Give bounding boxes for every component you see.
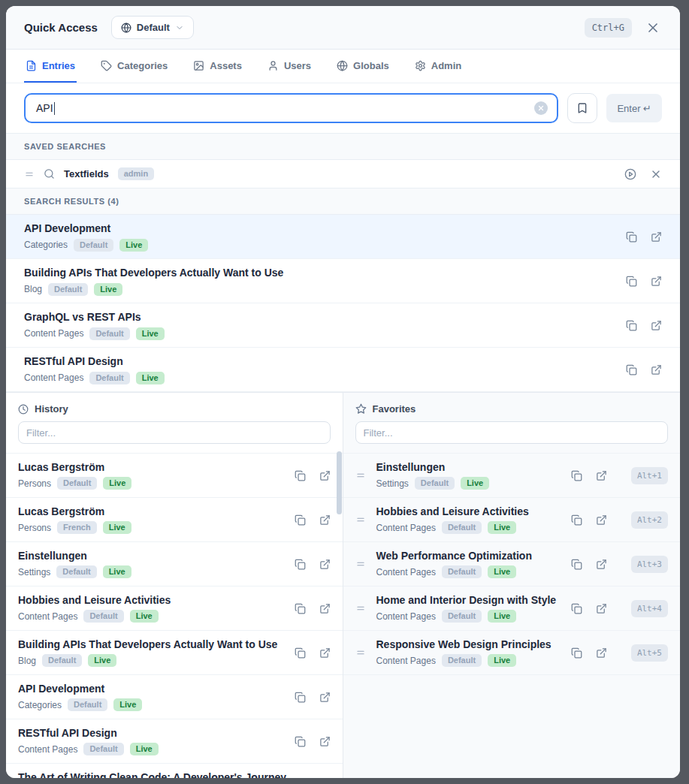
file-text-icon: [26, 60, 37, 71]
copy-icon[interactable]: [295, 647, 306, 659]
copy-icon[interactable]: [295, 559, 306, 570]
history-row[interactable]: API Development Categories Default Live: [6, 675, 343, 719]
shortcut-badge: Alt+4: [631, 600, 668, 617]
history-scrollbar[interactable]: [337, 451, 342, 514]
external-link-icon[interactable]: [651, 364, 662, 375]
favorite-row[interactable]: Einstellungen Settings Default Live Alt+…: [343, 454, 681, 498]
entry-title: RESTful API Design: [18, 727, 159, 739]
search-input[interactable]: API: [24, 93, 558, 123]
copy-icon[interactable]: [295, 692, 306, 703]
drag-handle-icon[interactable]: [24, 169, 35, 179]
search-result-row[interactable]: RESTful API Design Content Pages Default…: [6, 348, 680, 392]
tab-categories[interactable]: Categories: [99, 50, 169, 83]
history-filter-input[interactable]: [18, 421, 331, 444]
copy-icon[interactable]: [571, 647, 582, 659]
entry-collection: Content Pages: [376, 567, 436, 577]
favorite-row[interactable]: Responsive Web Design Principles Content…: [343, 631, 681, 675]
favorite-row[interactable]: Hobbies and Leisure Activities Content P…: [343, 498, 681, 542]
remove-saved-search-icon[interactable]: [650, 168, 662, 180]
image-icon: [193, 60, 204, 71]
copy-icon[interactable]: [626, 276, 637, 287]
entry-collection: Categories: [18, 700, 62, 710]
favorite-row[interactable]: Home and Interior Design with Style Cont…: [343, 586, 681, 631]
favorites-filter-input[interactable]: [355, 421, 669, 444]
external-link-icon[interactable]: [319, 514, 331, 526]
external-link-icon[interactable]: [319, 647, 331, 659]
bookmark-button[interactable]: [567, 93, 597, 123]
copy-icon[interactable]: [571, 603, 582, 614]
copy-icon[interactable]: [571, 514, 582, 526]
tab-assets[interactable]: Assets: [192, 50, 243, 83]
external-link-icon[interactable]: [319, 692, 331, 703]
external-link-icon[interactable]: [319, 603, 331, 614]
external-link-icon[interactable]: [651, 320, 662, 331]
history-row[interactable]: Building APIs That Developers Actually W…: [6, 631, 343, 675]
copy-icon[interactable]: [626, 231, 637, 243]
external-link-icon[interactable]: [319, 736, 331, 747]
entry-collection: Content Pages: [376, 611, 436, 622]
drag-handle-icon[interactable]: [355, 603, 366, 614]
history-row[interactable]: The Art of Writing Clean Code: A Develop…: [6, 764, 343, 778]
copy-icon[interactable]: [626, 364, 637, 375]
user-icon: [267, 60, 279, 71]
drag-handle-icon[interactable]: [355, 514, 366, 525]
external-link-icon[interactable]: [596, 470, 607, 481]
entry-collection: Persons: [18, 478, 51, 489]
entry-title: Web Performance Optimization: [376, 550, 532, 562]
copy-icon[interactable]: [571, 470, 582, 481]
tab-entries[interactable]: Entries: [24, 50, 77, 83]
external-link-icon[interactable]: [596, 603, 607, 614]
favorites-panel-title: Favorites: [373, 403, 416, 415]
drag-handle-icon[interactable]: [355, 559, 366, 569]
search-result-row[interactable]: API Development Categories Default Live: [6, 215, 680, 259]
tab-admin[interactable]: Admin: [413, 50, 463, 83]
favorites-list: Einstellungen Settings Default Live Alt+…: [343, 453, 681, 778]
history-row[interactable]: Lucas Bergström Persons Default Live: [6, 454, 343, 498]
run-saved-search-icon[interactable]: [624, 168, 636, 180]
site-switcher-button[interactable]: Default: [111, 16, 194, 39]
status-badge: Live: [103, 565, 131, 578]
copy-icon[interactable]: [295, 736, 306, 747]
history-row[interactable]: Hobbies and Leisure Activities Content P…: [6, 586, 343, 631]
external-link-icon[interactable]: [319, 559, 331, 570]
copy-icon[interactable]: [571, 559, 582, 570]
drag-handle-icon[interactable]: [355, 647, 366, 658]
site-badge: Default: [415, 477, 455, 490]
copy-icon[interactable]: [295, 514, 306, 526]
external-link-icon[interactable]: [319, 470, 331, 481]
site-badge: Default: [89, 372, 129, 384]
enter-button[interactable]: Enter ↵: [606, 94, 662, 122]
entry-title: Hobbies and Leisure Activities: [376, 505, 529, 517]
external-link-icon[interactable]: [596, 514, 607, 526]
modal-header: Quick Access Default Ctrl+G: [6, 6, 680, 50]
entry-title: RESTful API Design: [24, 355, 165, 367]
tab-bar: Entries Categories Assets Users Globals …: [6, 50, 680, 83]
copy-icon[interactable]: [626, 320, 637, 331]
copy-icon[interactable]: [295, 603, 306, 614]
saved-search-row[interactable]: Textfields admin: [6, 160, 680, 188]
clear-search-icon[interactable]: [534, 101, 548, 115]
search-result-row[interactable]: GraphQL vs REST APIs Content Pages Defau…: [6, 303, 680, 348]
results-list: API Development Categories Default Live …: [6, 215, 680, 392]
history-row[interactable]: RESTful API Design Content Pages Default…: [6, 719, 343, 764]
copy-icon[interactable]: [295, 470, 306, 481]
external-link-icon[interactable]: [596, 559, 607, 570]
entry-collection: Settings: [376, 478, 409, 489]
external-link-icon[interactable]: [651, 231, 662, 243]
close-icon[interactable]: [644, 19, 662, 37]
status-badge: Live: [130, 610, 159, 623]
saved-search-user-badge: admin: [118, 167, 154, 180]
search-result-row[interactable]: Building APIs That Developers Actually W…: [6, 259, 680, 303]
favorite-row[interactable]: Web Performance Optimization Content Pag…: [343, 542, 681, 586]
history-row[interactable]: Lucas Bergström Persons French Live: [6, 498, 343, 542]
site-badge: Default: [74, 239, 113, 252]
external-link-icon[interactable]: [596, 647, 607, 659]
tab-users[interactable]: Users: [266, 50, 313, 83]
site-badge: French: [57, 521, 97, 534]
external-link-icon[interactable]: [651, 276, 662, 287]
tab-globals[interactable]: Globals: [335, 50, 391, 83]
favorites-panel: Favorites Einstellungen Settings Default…: [343, 393, 681, 778]
history-row[interactable]: Einstellungen Settings Default Live: [6, 542, 343, 586]
clock-icon: [18, 404, 29, 415]
drag-handle-icon[interactable]: [355, 470, 366, 481]
